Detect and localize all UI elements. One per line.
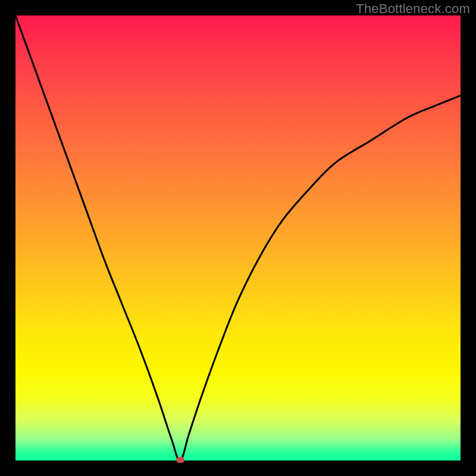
chart-frame: TheBottleneck.com (0, 0, 476, 476)
bottleneck-curve (15, 15, 461, 461)
plot-area (15, 15, 461, 461)
optimum-marker (176, 457, 184, 463)
watermark-text: TheBottleneck.com (356, 1, 470, 17)
